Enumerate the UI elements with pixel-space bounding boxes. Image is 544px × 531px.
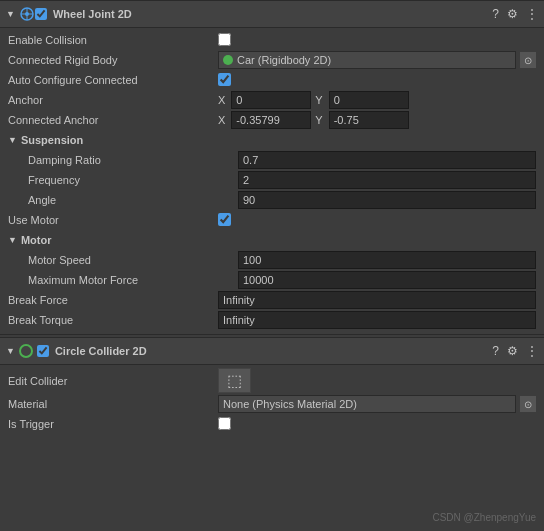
anchor-y-input[interactable] [329,91,409,109]
damping-ratio-input[interactable] [238,151,536,169]
use-motor-row: Use Motor [0,210,544,230]
auto-configure-label: Auto Configure Connected [8,74,218,86]
circle-collider-component: ▼ Circle Collider 2D ? ⚙ ⋮ Edit Collider… [0,337,544,436]
enable-collision-checkbox[interactable] [218,33,231,46]
frequency-input[interactable] [238,171,536,189]
motor-title: Motor [21,234,52,246]
damping-ratio-label: Damping Ratio [28,154,238,166]
motor-collapse-arrow: ▼ [8,235,17,245]
break-force-value [218,291,536,309]
break-torque-row: Break Torque [0,310,544,330]
edit-collider-row: Edit Collider ⬚ [0,367,544,394]
circle-collider-help-icon[interactable]: ? [492,344,499,358]
motor-speed-label: Motor Speed [28,254,238,266]
suspension-collapse-arrow: ▼ [8,135,17,145]
material-value: None (Physics Material 2D) [223,398,511,410]
connected-rigid-body-row: Connected Rigid Body Car (Rigidbody 2D) … [0,50,544,70]
enable-collision-label: Enable Collision [8,34,218,46]
circle-collider-enabled-checkbox[interactable] [37,345,49,357]
frequency-label: Frequency [28,174,238,186]
damping-ratio-value [238,151,536,169]
break-torque-value [218,311,536,329]
motor-speed-value [238,251,536,269]
connected-anchor-y-label: Y [315,114,322,126]
anchor-row: Anchor X Y [0,90,544,110]
material-row: Material None (Physics Material 2D) ⊙ [0,394,544,414]
auto-configure-value [218,73,536,88]
material-label: Material [8,398,218,410]
is-trigger-value [218,417,536,432]
motor-speed-input[interactable] [238,251,536,269]
wheel-joint-settings-icon[interactable]: ⚙ [507,7,518,21]
connected-rigid-body-value: Car (Rigidbody 2D) [237,54,511,66]
circle-collider-icon [19,344,33,358]
connected-rigid-body-label: Connected Rigid Body [8,54,218,66]
circle-collider-body: Edit Collider ⬚ Material None (Physics M… [0,365,544,436]
angle-label: Angle [28,194,238,206]
edit-collider-icon: ⬚ [227,371,242,390]
wheel-joint-header: ▼ Wheel Joint 2D ? ⚙ ⋮ [0,0,544,28]
max-motor-force-row: Maximum Motor Force [0,270,544,290]
material-dropdown[interactable]: None (Physics Material 2D) [218,395,516,413]
edit-collider-button[interactable]: ⬚ [218,368,251,393]
edit-collider-label: Edit Collider [8,375,218,387]
connected-anchor-label: Connected Anchor [8,114,218,126]
wheel-joint-component: ▼ Wheel Joint 2D ? ⚙ ⋮ Enable Collision … [0,0,544,332]
anchor-y-label: Y [315,94,322,106]
is-trigger-checkbox[interactable] [218,417,231,430]
break-torque-label: Break Torque [8,314,218,326]
anchor-xy-group: X Y [218,91,409,109]
enable-collision-row: Enable Collision [0,30,544,50]
max-motor-force-input[interactable] [238,271,536,289]
wheel-joint-title: Wheel Joint 2D [53,8,492,20]
suspension-section-header[interactable]: ▼ Suspension [0,130,544,150]
frequency-row: Frequency [0,170,544,190]
motor-section-header[interactable]: ▼ Motor [0,230,544,250]
circle-collider-settings-icon[interactable]: ⚙ [507,344,518,358]
angle-input[interactable] [238,191,536,209]
connected-anchor-x-input[interactable] [231,111,311,129]
is-trigger-row: Is Trigger [0,414,544,434]
material-select-btn[interactable]: ⊙ [520,396,536,412]
component-divider [0,334,544,335]
suspension-title: Suspension [21,134,83,146]
anchor-label: Anchor [8,94,218,106]
edit-collider-value: ⬚ [218,368,536,393]
connected-anchor-row: Connected Anchor X Y [0,110,544,130]
angle-row: Angle [0,190,544,210]
wheel-joint-header-icons: ? ⚙ ⋮ [492,7,538,21]
auto-configure-checkbox[interactable] [218,73,231,86]
connected-rigid-body-dropdown[interactable]: Car (Rigidbody 2D) [218,51,516,69]
connected-rigid-body-select-btn[interactable]: ⊙ [520,52,536,68]
angle-value [238,191,536,209]
anchor-x-label: X [218,94,225,106]
connected-anchor-xy-group: X Y [218,111,409,129]
material-dropdown-row: None (Physics Material 2D) ⊙ [218,395,536,413]
break-force-input[interactable] [218,291,536,309]
wheel-joint-collapse-arrow[interactable]: ▼ [6,9,15,19]
anchor-x-input[interactable] [231,91,311,109]
use-motor-value [218,213,536,228]
circle-collider-collapse-arrow[interactable]: ▼ [6,346,15,356]
damping-ratio-row: Damping Ratio [0,150,544,170]
circle-collider-header-icons: ? ⚙ ⋮ [492,344,538,358]
auto-configure-row: Auto Configure Connected [0,70,544,90]
wheel-joint-icon [19,6,35,22]
circle-collider-title: Circle Collider 2D [55,345,492,357]
wheel-joint-enabled-checkbox[interactable] [35,8,47,20]
is-trigger-label: Is Trigger [8,418,218,430]
break-torque-input[interactable] [218,311,536,329]
connected-rigid-body-dropdown-row: Car (Rigidbody 2D) ⊙ [218,51,536,69]
use-motor-checkbox[interactable] [218,213,231,226]
wheel-joint-menu-icon[interactable]: ⋮ [526,7,538,21]
connected-rigid-body-dot [223,55,233,65]
frequency-value [238,171,536,189]
max-motor-force-value [238,271,536,289]
watermark: CSDN @ZhenpengYue [432,512,536,523]
wheel-joint-help-icon[interactable]: ? [492,7,499,21]
break-force-label: Break Force [8,294,218,306]
break-force-row: Break Force [0,290,544,310]
connected-anchor-y-input[interactable] [329,111,409,129]
circle-collider-menu-icon[interactable]: ⋮ [526,344,538,358]
motor-speed-row: Motor Speed [0,250,544,270]
